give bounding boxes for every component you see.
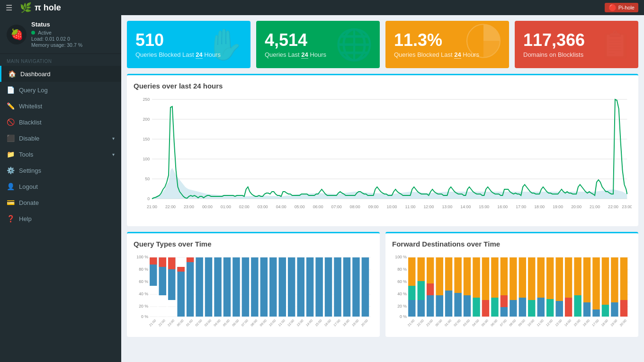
svg-rect-171 [491,257,499,298]
svg-text:02:00: 02:00 [239,204,250,209]
svg-rect-174 [501,257,508,295]
stat-label-blocklist: Domains on Blocklists [523,51,585,58]
main-chart-svg: 250 200 150 100 50 0 21:00 22:00 23:00 0… [134,95,632,218]
svg-text:07:00: 07:00 [331,204,342,209]
sidebar-item-label: Blacklist [19,119,115,126]
sidebar-item-logout[interactable]: 👤 Logout [0,178,121,194]
svg-text:17:00: 17:00 [516,204,526,209]
status-info: Status Active Load: 0.01 0.02 0 Memory u… [31,21,82,48]
svg-rect-182 [519,298,527,317]
svg-rect-98 [334,257,341,317]
svg-rect-205 [592,257,600,309]
svg-rect-104 [362,257,369,317]
svg-text:20:00: 20:00 [619,318,627,327]
svg-rect-153 [436,257,443,295]
svg-text:05:00: 05:00 [481,318,489,327]
sidebar-item-blacklist[interactable]: 🚫 Blacklist [0,114,121,130]
svg-rect-152 [434,257,436,317]
svg-rect-55 [157,257,159,317]
svg-rect-195 [563,257,565,317]
sidebar-item-help[interactable]: ❓ Help [0,211,121,227]
svg-text:14:00: 14:00 [460,204,471,209]
svg-rect-143 [408,300,416,317]
svg-rect-93 [313,257,315,317]
svg-rect-81 [259,257,260,317]
svg-text:03:00: 03:00 [462,318,470,327]
svg-text:03:00: 03:00 [258,204,268,209]
pihole-label: Pi-hole [618,5,635,10]
svg-rect-89 [295,257,297,317]
hand-icon: ✋ [206,27,244,62]
svg-rect-61 [176,257,178,317]
svg-text:100 %: 100 % [395,255,407,259]
svg-rect-78 [242,257,250,317]
svg-rect-148 [425,257,427,317]
query-types-chart-panel: Query Types over Time 100 % 80 % 60 % 40… [127,232,380,337]
svg-text:150: 150 [143,137,150,141]
pihole-icon: 🔴 [608,4,617,11]
sidebar-item-label: Disable [19,135,107,142]
svg-rect-88 [288,257,295,317]
svg-text:20 %: 20 % [397,304,407,309]
sidebar-item-label: Tools [19,151,107,158]
chevron-down-icon: ▾ [112,136,115,141]
svg-rect-154 [436,295,443,317]
blacklist-icon: 🚫 [7,118,14,126]
svg-text:12:00: 12:00 [287,318,295,327]
svg-rect-209 [602,305,609,317]
svg-rect-206 [592,309,600,317]
svg-rect-62 [177,267,185,317]
svg-text:07:00: 07:00 [241,318,249,327]
svg-text:0: 0 [147,196,150,201]
sidebar-item-label: Dashboard [20,71,115,78]
query-types-chart-title: Query Types over Time [134,240,373,248]
main-chart-title: Queries over last 24 hours [134,82,632,90]
svg-rect-193 [555,257,563,301]
svg-text:250: 250 [143,97,150,102]
svg-rect-147 [418,300,425,317]
svg-text:23:00: 23:00 [184,204,194,209]
sidebar-item-disable[interactable]: ⬛ Disable ▾ [0,130,121,146]
svg-text:21:00: 21:00 [147,204,157,209]
svg-rect-69 [203,257,205,317]
svg-rect-70 [205,257,213,317]
svg-rect-101 [350,257,352,317]
svg-text:21:00: 21:00 [590,204,600,209]
svg-rect-65 [187,257,194,317]
svg-rect-189 [545,257,546,317]
sidebar: 🍓 Status Active Load: 0.01 0.02 0 Memory… [0,15,121,362]
svg-text:04:00: 04:00 [276,204,286,209]
hamburger-icon[interactable]: ☰ [6,3,12,12]
svg-text:19:00: 19:00 [553,204,563,209]
svg-rect-163 [464,295,471,317]
svg-rect-167 [480,257,482,317]
svg-text:03:00: 03:00 [204,318,212,327]
sidebar-item-tools[interactable]: 📁 Tools ▾ [0,146,121,162]
svg-text:00:00: 00:00 [202,204,213,209]
svg-rect-83 [268,257,269,317]
sidebar-item-label: Whitelist [19,103,115,110]
svg-rect-84 [269,257,277,317]
sidebar-item-query-log[interactable]: 📄 Query Log [0,82,121,98]
svg-text:50: 50 [145,177,150,181]
svg-rect-158 [452,257,454,317]
svg-rect-180 [517,257,519,317]
svg-text:17:00: 17:00 [333,318,341,327]
sidebar-item-whitelist[interactable]: ✏️ Whitelist [0,98,121,114]
svg-rect-72 [214,257,222,317]
svg-rect-183 [526,257,528,317]
svg-rect-164 [471,257,473,317]
svg-rect-192 [554,257,556,317]
sidebar-item-dashboard[interactable]: 🏠 Dashboard [0,66,121,82]
sidebar-item-settings[interactable]: ⚙️ Settings [0,162,121,178]
svg-text:21:00: 21:00 [149,318,157,327]
svg-rect-176 [501,307,508,317]
sidebar-item-donate[interactable]: 💳 Donate [0,194,121,211]
svg-rect-178 [510,257,517,300]
settings-icon: ⚙️ [7,167,14,174]
svg-rect-79 [249,257,251,317]
svg-text:21:00: 21:00 [407,318,415,327]
svg-rect-63 [177,267,185,272]
svg-text:00:00: 00:00 [176,318,184,327]
svg-rect-159 [454,257,462,293]
